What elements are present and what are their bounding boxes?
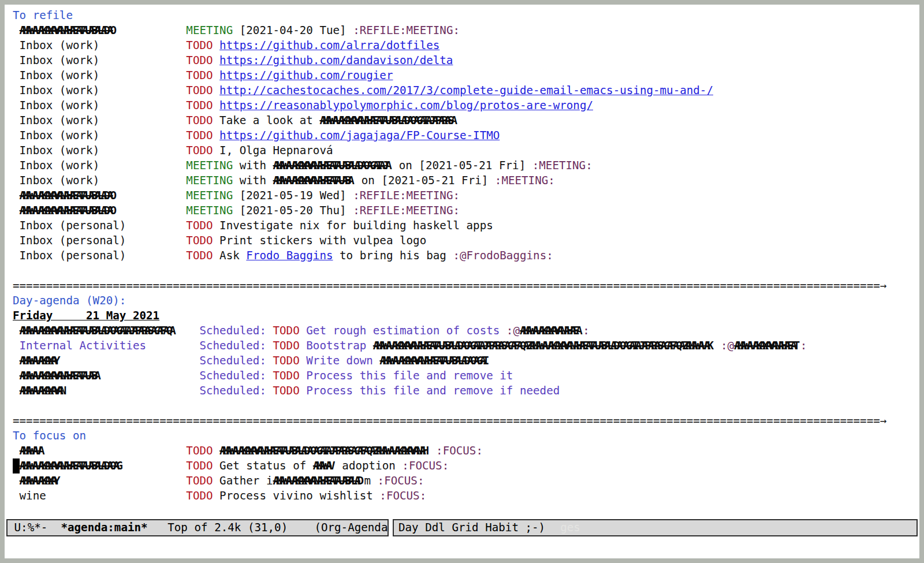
scheduled-text: Scheduled: (199, 324, 273, 337)
modeline-position: Top of 2.4k (31,0) (Org-Agenda (148, 520, 388, 535)
agenda-item-row[interactable]: AMAWAVAKAXAYANAHAEATAUABAScheduled: TODO… (13, 368, 919, 383)
item-text: Inbox (work) (20, 54, 100, 67)
meeting-keyword: MEETING (186, 24, 233, 37)
todo-keyword: TODO (186, 459, 219, 472)
category-field: Inbox (work) (13, 143, 186, 158)
section-header[interactable]: To refile (13, 8, 919, 23)
category-field: Internal Activities (13, 338, 199, 353)
item-text: Inbox (work) (20, 99, 100, 112)
redacted-text: AMAWAVAKAXAYANAHAEATAUABALADAO (20, 24, 113, 37)
scheduled-text: Scheduled: (199, 354, 273, 367)
agenda-item-row[interactable]: Inbox (work)TODO Take a look at AMAWAVAK… (13, 113, 919, 128)
item-text: Ask (219, 249, 246, 262)
agenda-item-row[interactable]: Inbox (personal)TODO Print stickers with… (13, 233, 919, 248)
category-field: AMAWAVAKAXAYANAHAEATAUABALADAO (13, 203, 186, 218)
org-link[interactable]: http://cachestocaches.com/2017/3/complet… (219, 84, 713, 97)
redacted-text: AMAWAVAKAXAYANAHAEATAUABALADAOAGAI (379, 354, 486, 367)
category-field: Inbox (personal) (13, 218, 186, 233)
org-agenda-buffer[interactable]: To refile AMAWAVAKAXAYANAHAEATAUABALADAO… (5, 5, 919, 519)
redacted-text: AMAWAVAKAXAYANAHAEATAUABALADAOAG (20, 459, 120, 472)
category-field: Inbox (work) (13, 38, 186, 53)
todo-keyword: TODO (186, 39, 219, 52)
todo-keyword: TODO (273, 354, 307, 367)
category-field: AMAWAVAKAXAYAN (13, 383, 199, 398)
meeting-keyword: MEETING (186, 189, 233, 202)
scheduled-text: Get rough estimation of costs (306, 324, 506, 337)
redacted-text: AMAWAVAKAXAYANAHAEATAUABA (20, 369, 98, 382)
org-link[interactable]: https://github.com/dandavison/delta (219, 54, 453, 67)
agenda-item-row[interactable]: Inbox (work)TODO https://github.com/alrr… (13, 38, 919, 53)
agenda-item-row[interactable]: Inbox (work)TODO https://github.com/dand… (13, 53, 919, 68)
agenda-item-row[interactable]: Inbox (personal)TODO Investigate nix for… (13, 218, 919, 233)
agenda-item-row[interactable]: AMAWAVAKAXAYANAHAEATAUABALADAOMEETING [2… (13, 188, 919, 203)
item-text: I, Olga Hepnarová (219, 144, 333, 157)
modeline-modes[interactable]: Day Ddl Grid Habit ;-) (398, 520, 545, 535)
todo-keyword: TODO (186, 129, 219, 142)
redacted-text: AMAWAVAKAXAYANAHAEATAUABALADAOAGAIAJAPAR… (373, 339, 710, 352)
item-text: Inbox (work) (20, 84, 100, 97)
org-tag: : (800, 339, 807, 352)
agenda-item-row[interactable]: Inbox (work)TODO https://reasonablypolym… (13, 98, 919, 113)
agenda-item-row[interactable]: Inbox (work)TODO https://github.com/roug… (13, 68, 919, 83)
redacted-text: AMAWAVAKAXAYAN (20, 384, 64, 397)
todo-keyword: TODO (186, 234, 219, 247)
blank-line (13, 263, 919, 278)
agenda-item-row[interactable]: Inbox (personal)TODO Ask Frodo Baggins t… (13, 248, 919, 263)
todo-keyword: TODO (186, 114, 219, 127)
agenda-item-row[interactable]: wineTODO Process vivino wishlist :FOCUS: (13, 489, 919, 504)
meeting-keyword: MEETING (186, 174, 233, 187)
agenda-item-row[interactable]: Inbox (work)TODO I, Olga Hepnarová (13, 143, 919, 158)
org-link[interactable]: https://github.com/alrra/dotfiles (219, 39, 439, 52)
org-tag: :@ (506, 324, 520, 337)
item-text: Inbox (personal) (20, 219, 126, 232)
agenda-item-row[interactable]: AMAWAVAKAXAYTODO Gather iAMAWAVAKAXAYANA… (13, 473, 919, 489)
section-header[interactable]: To focus on (13, 428, 919, 443)
agenda-date-line[interactable]: Friday 21 May 2021 (13, 308, 919, 323)
agenda-item-row[interactable]: AMAWAVAKAXAYANAHAEATAUABALADAOMEETING [2… (13, 23, 919, 38)
modeline-buffer-name[interactable]: *agenda:main* (61, 520, 147, 535)
org-link[interactable]: Frodo Baggins (246, 249, 333, 262)
org-link[interactable]: https://github.com/jagajaga/FP-Course-IT… (219, 129, 500, 142)
item-text: Inbox (work) (20, 144, 100, 157)
emacs-frame: To refile AMAWAVAKAXAYANAHAEATAUABALADAO… (5, 5, 919, 558)
org-link[interactable]: https://reasonablypolymorphic.com/blog/p… (219, 99, 593, 112)
modeline-left[interactable]: U:%*- *agenda:main* Top of 2.4k (31,0) (… (6, 519, 389, 536)
item-text: Investigate nix for building haskell app… (219, 219, 493, 232)
agenda-date-text: Friday 21 May 2021 (13, 309, 159, 322)
todo-keyword: TODO (273, 339, 307, 352)
agenda-item-row[interactable]: AMAWAVAKAXAYANAHAEATAUABALADAOAGTODO Get… (13, 458, 919, 473)
category-field: Inbox (work) (13, 158, 186, 173)
todo-keyword: TODO (273, 384, 307, 397)
agenda-item-row[interactable]: AMAWAVAKAXAYANAHAEATAUABALADAOAGAIAJAPAR… (13, 323, 919, 338)
org-link[interactable]: https://github.com/rougier (219, 69, 393, 82)
agenda-item-row[interactable]: AMAWAVAKAXAYANAHAEATAUABALADAOMEETING [2… (13, 203, 919, 218)
agenda-item-row[interactable]: Inbox (work)MEETING with AMAWAVAKAXAYANA… (13, 158, 919, 173)
agenda-item-row[interactable]: AMAWAVAKAXAYScheduled: TODO Write down A… (13, 353, 919, 368)
category-field: Inbox (work) (13, 83, 186, 98)
scheduled-text: Internal Activities (20, 339, 147, 352)
item-text: to bring his bag (333, 249, 453, 262)
org-tag: :MEETING: (532, 159, 593, 172)
item-text (430, 444, 437, 457)
agenda-item-row[interactable]: Inbox (work)TODO https://github.com/jaga… (13, 128, 919, 143)
redacted-text: AMAWAVAKAXAYANAHAEA (520, 324, 579, 337)
org-tag: :FOCUS: (378, 474, 424, 487)
item-text: Inbox (work) (20, 129, 100, 142)
scheduled-text: Write down (306, 354, 379, 367)
modeline-right[interactable]: Day Ddl Grid Habit ;-)ges (393, 519, 918, 536)
echo-area[interactable] (5, 536, 919, 558)
agenda-item-row[interactable]: Internal ActivitiesScheduled: TODO Boots… (13, 338, 919, 353)
category-field: AMAWAVAKAXAY (13, 473, 186, 489)
item-text: Inbox (work) (20, 159, 100, 172)
modeline-flags: U:%*- (8, 520, 61, 535)
agenda-item-row[interactable]: Inbox (work)MEETING with AMAWAVAKAXAYANA… (13, 173, 919, 188)
redacted-text: AMAWAV (313, 459, 331, 472)
section-header[interactable]: Day-agenda (W20): (13, 293, 919, 308)
agenda-item-row[interactable]: AMAWAVATODO AMAWAVAKAXAYANAHAEATAUABALAD… (13, 443, 919, 458)
item-text (714, 339, 721, 352)
category-field: AMAWAVAKAXAYANAHAEATAUABALADAOAGAIAJAPAR… (13, 323, 199, 338)
category-field: AMAWAVAKAXAYANAHAEATAUABALADAOAG (13, 458, 186, 473)
agenda-item-row[interactable]: Inbox (work)TODO http://cachestocaches.c… (13, 83, 919, 98)
agenda-item-row[interactable]: AMAWAVAKAXAYANScheduled: TODO Process th… (13, 383, 919, 398)
redacted-text: AMAWAVAKAXAYANAHAEATAUABALADAO (20, 204, 113, 217)
